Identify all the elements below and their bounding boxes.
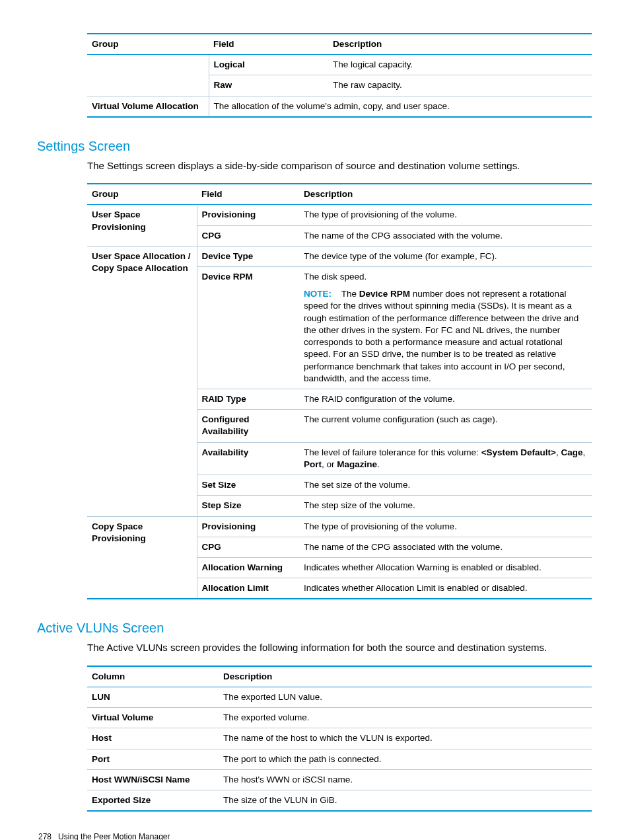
cell-field: Provisioning — [197, 205, 299, 225]
cell-desc: The allocation of the volume's admin, co… — [209, 96, 592, 117]
desc-text: The disk speed. — [304, 272, 367, 282]
cell-desc: The host's WWN or iSCSI name. — [219, 769, 592, 790]
cell-desc: The set size of the volume. — [299, 475, 592, 496]
header-group: Group — [87, 34, 209, 55]
settings-heading: Settings Screen — [37, 137, 592, 155]
cell-field: Device RPM — [197, 267, 299, 389]
vluns-table: Column Description LUN The exported LUN … — [87, 666, 592, 812]
cell-group: User Space Provisioning — [87, 205, 197, 246]
cell-col: Exported Size — [87, 790, 219, 811]
note-block: NOTE: The Device RPM number does not rep… — [304, 288, 587, 385]
avail-b1: <System Default> — [481, 447, 556, 457]
settings-intro: The Settings screen displays a side-by-s… — [87, 159, 592, 172]
avail-b3: Port — [304, 459, 322, 469]
cell-field: Logical — [209, 55, 328, 75]
page-number: 278 — [38, 832, 52, 840]
note-pre: The — [341, 289, 359, 299]
page-footer: 278 Using the Peer Motion Manager — [38, 831, 592, 840]
vluns-intro: The Active VLUNs screen provides the fol… — [87, 641, 592, 654]
note-post: number does not represent a rotational s… — [304, 289, 578, 383]
header-group: Group — [87, 184, 197, 205]
header-field: Field — [209, 34, 328, 55]
cell-field: Device Type — [197, 246, 299, 266]
footer-title: Using the Peer Motion Manager — [58, 832, 170, 840]
table-row: Virtual Volume Allocation The allocation… — [87, 96, 592, 117]
table-row: Copy Space Provisioning Provisioning The… — [87, 516, 592, 537]
cell-desc: The name of the CPG associated with the … — [299, 225, 592, 246]
cell-group — [87, 55, 209, 96]
cell-desc: The device type of the volume (for examp… — [299, 246, 592, 266]
avail-b2: Cage — [561, 447, 582, 457]
cell-field: Provisioning — [197, 516, 299, 537]
cell-field: Set Size — [197, 475, 299, 496]
table-row: Exported Size The size of the VLUN in Gi… — [87, 790, 592, 811]
cell-desc: The RAID configuration of the volume. — [299, 389, 592, 409]
cell-desc: The level of failure tolerance for this … — [299, 442, 592, 475]
capacity-table: Group Field Description Logical The logi… — [87, 33, 592, 118]
cell-col: Virtual Volume — [87, 708, 219, 728]
cell-group: Copy Space Provisioning — [87, 516, 197, 599]
table-row: LUN The exported LUN value. — [87, 687, 592, 707]
table-row: User Space Provisioning Provisioning The… — [87, 205, 592, 225]
cell-desc: Indicates whether Allocation Warning is … — [299, 557, 592, 578]
cell-field: Availability — [197, 442, 299, 475]
table-row: Logical The logical capacity. — [87, 55, 592, 75]
cell-desc: The current volume configuration (such a… — [299, 410, 592, 442]
note-bold: Device RPM — [359, 289, 410, 299]
cell-desc: The name of the CPG associated with the … — [299, 537, 592, 557]
table-row: User Space Allocation / Copy Space Alloc… — [87, 246, 592, 266]
cell-col: Host WWN/iSCSI Name — [87, 769, 219, 790]
cell-desc: The name of the host to which the VLUN i… — [219, 728, 592, 749]
cell-desc: The type of provisioning of the volume. — [299, 205, 592, 225]
header-field: Field — [197, 184, 299, 205]
note-label: NOTE: — [304, 289, 332, 299]
table-row: Virtual Volume The exported volume. — [87, 708, 592, 728]
cell-group: Virtual Volume Allocation — [87, 96, 209, 117]
cell-desc: The exported LUN value. — [219, 687, 592, 707]
cell-field: CPG — [197, 537, 299, 557]
header-desc: Description — [299, 184, 592, 205]
table-row: Host The name of the host to which the V… — [87, 728, 592, 749]
table-row: Host WWN/iSCSI Name The host's WWN or iS… — [87, 769, 592, 790]
avail-pre: The level of failure tolerance for this … — [304, 447, 481, 457]
header-desc: Description — [328, 34, 592, 55]
avail-b4: Magazine — [337, 459, 377, 469]
cell-field: RAID Type — [197, 389, 299, 409]
cell-desc: The raw capacity. — [328, 75, 592, 96]
cell-field: Raw — [209, 75, 328, 96]
header-column: Column — [87, 666, 219, 687]
header-desc: Description — [219, 666, 592, 687]
cell-desc: The type of provisioning of the volume. — [299, 516, 592, 537]
cell-col: Port — [87, 749, 219, 769]
table-row: Port The port to which the path is conne… — [87, 749, 592, 769]
cell-col: Host — [87, 728, 219, 749]
vluns-heading: Active VLUNs Screen — [37, 619, 592, 637]
cell-field: Configured Availability — [197, 410, 299, 442]
cell-field: Allocation Limit — [197, 578, 299, 599]
cell-field: Step Size — [197, 496, 299, 516]
cell-desc: The logical capacity. — [328, 55, 592, 75]
cell-col: LUN — [87, 687, 219, 707]
cell-desc: The port to which the path is connected. — [219, 749, 592, 769]
settings-table: Group Field Description User Space Provi… — [87, 183, 592, 599]
cell-desc: The exported volume. — [219, 708, 592, 728]
cell-field: Allocation Warning — [197, 557, 299, 578]
cell-desc: Indicates whether Allocation Limit is en… — [299, 578, 592, 599]
cell-desc: The step size of the volume. — [299, 496, 592, 516]
cell-group: User Space Allocation / Copy Space Alloc… — [87, 246, 197, 516]
cell-desc: The disk speed. NOTE: The Device RPM num… — [299, 267, 592, 389]
cell-field: CPG — [197, 225, 299, 246]
cell-desc: The size of the VLUN in GiB. — [219, 790, 592, 811]
